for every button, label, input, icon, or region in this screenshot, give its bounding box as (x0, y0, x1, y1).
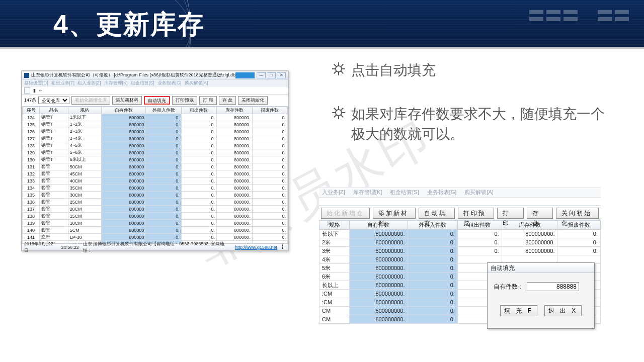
app-icon (24, 73, 29, 78)
window-title: 山东银杉计算机软件有限公司（可修改） [d:\Program Files (x8… (31, 72, 235, 78)
auto-fill-dialog: 自动填充 自有件数： 填 充 F 退 出 X (487, 262, 595, 329)
menu-item[interactable]: 购买解锁[A] (464, 189, 493, 196)
menu-item[interactable]: 租金结算[S] (390, 189, 419, 196)
print-button[interactable]: 打 印 (497, 208, 523, 219)
table-row[interactable]: 125钢管T1~2米 8000000. 0.800000.0. (23, 121, 288, 128)
col-header[interactable]: 报废件数 (252, 107, 287, 114)
auto-fill-button[interactable]: 自动填充 (144, 96, 170, 105)
explanation-panel: 点击自动填充 如果对库存件数要求不大，随便填充一个极大的数就可以。 (332, 60, 614, 168)
table-row[interactable]: 128钢管T4~5米 8000000. 0.800000.0. (23, 142, 288, 149)
table-row[interactable]: 130钢管T6米以上 8000000. 0.800000.0. (23, 156, 288, 163)
col-header[interactable]: 自有件数 (101, 107, 146, 114)
print-preview-button[interactable]: 打印预览 (458, 208, 494, 219)
table-row[interactable]: 126钢管T2~3米 8000000. 0.800000.0. (23, 128, 288, 135)
inventory-window: 山东银杉计算机软件有限公司（可修改） [d:\Program Files (x8… (21, 70, 289, 251)
globe-decoration (0, 0, 191, 49)
print-preview-button[interactable]: 打印预览 (172, 96, 197, 105)
save-button[interactable]: 存 盘 (219, 96, 236, 105)
close-init-button[interactable]: 关闭初始化 (238, 96, 268, 105)
menu-item[interactable]: 租出业务[T] (51, 80, 75, 85)
table-row[interactable]: 133套管40CM 8000000. 0.800000.0. (23, 177, 288, 185)
col-header[interactable]: 租出件数 (181, 107, 216, 114)
upload-scan-button[interactable] (235, 72, 255, 78)
init-new-warehouse-button[interactable]: 始化新增仓库 (321, 208, 370, 219)
table-row[interactable]: 135套管30CM 8000000. 0.800000.0. (23, 192, 288, 199)
menu-item[interactable]: 业务报表[G] (427, 189, 457, 196)
sun-icon (332, 62, 345, 75)
col-header[interactable]: 序号 (23, 107, 40, 114)
detail-button-row: 始化新增仓库 添加新材料 自动填充 打印预览 打 印 存 盘 关闭初始化 (319, 206, 601, 220)
menu-item[interactable]: 购买解锁[A] (185, 80, 208, 85)
menu-item[interactable]: 库存管理[K] (104, 80, 128, 85)
menu-item[interactable]: 基础设置[D] (24, 80, 48, 85)
add-material-button[interactable]: 添加新材料 (373, 208, 416, 219)
table-row[interactable]: 136套管25CM 8000000. 0.800000.0. (23, 199, 288, 206)
table-row[interactable]: 134套管35CM 8000000. 0.800000.0. (23, 185, 288, 192)
table-row[interactable]: 129钢管T5~6米 8000000. 0.800000.0. (23, 149, 288, 156)
minimize-button[interactable]: — (257, 72, 266, 78)
sun-icon (332, 106, 345, 119)
col-header[interactable]: 规格 (68, 107, 101, 114)
filter-row: 147条 公司仓库 初始化新增仓库 添加新材料 自动填充 打印预览 打 印 存 … (22, 95, 288, 107)
inventory-grid[interactable]: 序号品名规格自有件数外租入件数租出件数库存件数报废件数 124钢管T1米以下 8… (22, 107, 288, 245)
col-header[interactable]: 外租入件数 (146, 107, 181, 114)
save-button[interactable]: 存 盘 (527, 208, 553, 219)
col-header[interactable]: 外租入件数 (408, 221, 457, 230)
close-init-button[interactable]: 关闭初始化 (556, 208, 599, 219)
header-decoration (529, 10, 629, 21)
menu-bar[interactable]: 基础设置[D]租出业务[T]租入业务[Z]库存管理[K]租金结算[S]业务报表[… (22, 79, 288, 86)
website-link[interactable]: http://www.g1588.net (235, 245, 277, 250)
init-new-warehouse-button[interactable]: 初始化新增仓库 (71, 96, 110, 105)
detail-window: 入业务[Z]库存管理[K]租金结算[S]业务报表[G]购买解锁[A] 始化新增仓… (319, 187, 601, 341)
table-row[interactable]: 132套管45CM 8000000. 0.800000.0. (23, 170, 288, 177)
bullet-2-text: 如果对库存件数要求不大，随便填充一个极大的数就可以。 (351, 104, 614, 145)
detail-menu[interactable]: 入业务[Z]库存管理[K]租金结算[S]业务报表[G]购买解锁[A] (319, 187, 601, 197)
menu-item[interactable]: 租金结算[S] (131, 80, 154, 85)
titlebar[interactable]: 山东银杉计算机软件有限公司（可修改） [d:\Program Files (x8… (22, 71, 288, 79)
table-row[interactable]: 2米800000000.0. 0.800000000.0. (319, 238, 601, 247)
table-row[interactable]: 127钢管T3~4米 8000000. 0.800000.0. (23, 135, 288, 142)
bullet-1-text: 点击自动填充 (351, 60, 436, 81)
bullet-2: 如果对库存件数要求不大，随便填充一个极大的数就可以。 (332, 104, 614, 145)
table-row[interactable]: 长以下800000000.0. 0.800000000.0. (319, 230, 601, 238)
add-material-button[interactable]: 添加新材料 (112, 96, 142, 105)
table-row[interactable]: 139套管10CM 8000000. 0.800000.0. (23, 220, 288, 227)
own-count-input[interactable] (527, 282, 579, 291)
col-header[interactable]: 品名 (40, 107, 68, 114)
slide-title: 4、更新库存 (53, 7, 205, 42)
table-row[interactable]: 3米800000000.0. 0.800000000.0. (319, 247, 601, 255)
table-row[interactable]: 141立杆LP-30 8000000. 0.800000.0. (23, 234, 288, 241)
table-row[interactable]: 131套管50CM 8000000. 0.800000.0. (23, 163, 288, 170)
col-header[interactable]: 规格 (319, 221, 350, 230)
maximize-button[interactable]: □ (267, 72, 276, 78)
table-row[interactable]: 138套管15CM 8000000. 0.800000.0. (23, 213, 288, 220)
slide-header: 4、更新库存 (0, 0, 644, 49)
menu-item[interactable]: 入业务[Z] (322, 189, 345, 196)
menu-item[interactable]: 租入业务[Z] (77, 80, 101, 85)
row-count: 147条 (24, 97, 36, 104)
col-header[interactable]: 自有件数 (350, 221, 408, 230)
fill-button[interactable]: 填 充 F (500, 305, 537, 316)
col-header[interactable]: 库存件数 (217, 107, 252, 114)
toolbar: ▮ ⇤ (22, 86, 288, 95)
table-row[interactable]: 137套管20CM 8000000. 0.800000.0. (23, 206, 288, 213)
table-row[interactable]: 140套管5CM 8000000. 0.800000.0. (23, 227, 288, 234)
auto-fill-button[interactable]: 自动填充 (419, 208, 455, 219)
warehouse-select[interactable]: 公司仓库 (38, 97, 69, 104)
bullet-1: 点击自动填充 (332, 60, 614, 81)
close-button[interactable]: ✕ (277, 72, 286, 78)
menu-item[interactable]: 业务报表[G] (157, 80, 182, 85)
own-count-label: 自有件数： (494, 283, 524, 291)
exit-button[interactable]: 退 出 X (544, 305, 582, 316)
print-button[interactable]: 打 印 (199, 96, 217, 105)
tool-icon[interactable] (24, 87, 30, 94)
table-row[interactable]: 124钢管T1米以下 8000000. 0.800000.0. (23, 114, 288, 121)
menu-item[interactable]: 库存管理[K] (353, 189, 382, 196)
status-bar: 2018年01月22日 20:56:22 山东 淄博银杉计算机软件有限公司【咨询… (22, 243, 288, 250)
dialog-title[interactable]: 自动填充 (488, 263, 594, 273)
